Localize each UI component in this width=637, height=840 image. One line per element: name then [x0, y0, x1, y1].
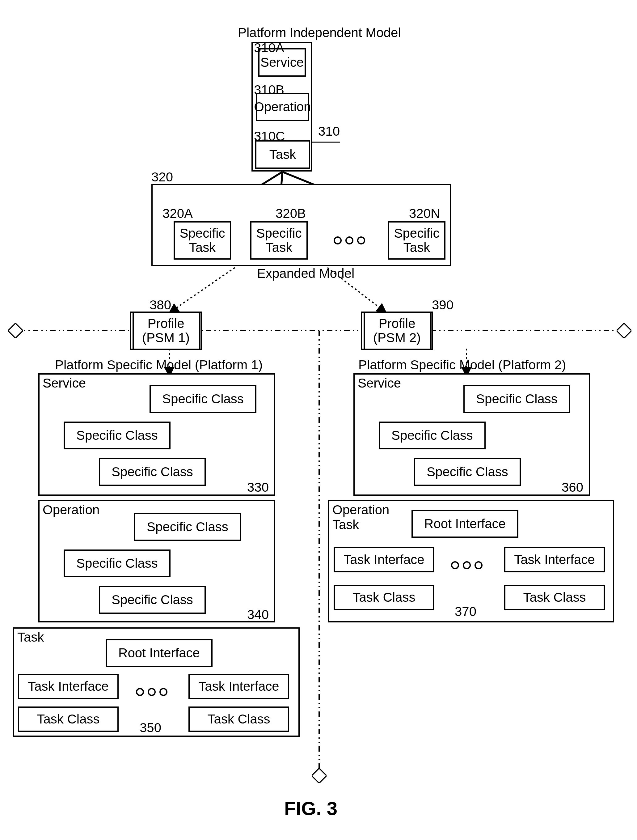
psm1-tc2: Task Class	[188, 706, 289, 732]
psm2-service-sc3: Specific Class	[414, 458, 521, 486]
psm1-service-sc1: Specific Class	[150, 385, 256, 413]
profile-psm2: Profile(PSM 2)	[364, 311, 429, 350]
pim-operation-label: Operation	[254, 99, 311, 114]
profile-psm1: Profile(PSM 1)	[134, 311, 198, 350]
psm1-ti1: Task Interface	[18, 674, 118, 699]
ref-330: 330	[247, 481, 269, 494]
psm1-service-sc2: Specific Class	[64, 422, 170, 449]
ref-310c: 310C	[254, 130, 285, 143]
ellipsis-icon	[136, 688, 167, 696]
ref-390: 390	[432, 298, 454, 311]
ellipsis-icon	[451, 561, 482, 569]
psm2-title: Platform Specific Model (Platform 2)	[358, 358, 566, 371]
psm1-title: Platform Specific Model (Platform 1)	[55, 358, 263, 371]
psm1-ti2: Task Interface	[188, 674, 289, 699]
profile-psm2-inner-right	[430, 311, 432, 350]
psm2-ti2: Task Interface	[504, 547, 605, 572]
ref-320n: 320N	[409, 207, 440, 220]
psm1-service-sc3: Specific Class	[99, 458, 206, 486]
svg-line-7	[169, 268, 235, 313]
psm2-tc2: Task Class	[504, 585, 605, 610]
specific-task-a: Specific Task	[173, 221, 231, 260]
ref-310a: 310A	[254, 41, 284, 54]
psm2-service-sc1: Specific Class	[464, 385, 570, 413]
ref-320: 320	[151, 171, 173, 183]
specific-task-n-label: Specific Task	[392, 226, 441, 255]
psm1-root-interface: Root Interface	[106, 639, 213, 667]
profile-psm1-inner-right	[199, 311, 200, 350]
pim-task-box: Task	[255, 140, 310, 169]
profile-psm2-inner-left	[364, 311, 365, 350]
profile-psm2-label: Profile(PSM 2)	[373, 316, 421, 345]
ref-310b: 310B	[254, 84, 284, 96]
ref-340: 340	[247, 608, 269, 621]
ref-370: 370	[455, 605, 476, 618]
psm2-root-interface: Root Interface	[412, 510, 519, 538]
profile-psm1-inner-left	[132, 311, 134, 350]
pim-title: Platform Independent Model	[238, 26, 401, 39]
specific-task-b-label: Specific Task	[254, 226, 304, 255]
diagram-stage: Platform Independent Model Service Opera…	[0, 0, 637, 840]
specific-task-b: Specific Task	[250, 221, 308, 260]
specific-task-a-label: Specific Task	[178, 226, 227, 255]
ref-310: 310	[318, 125, 340, 138]
psm1-op-sc1: Specific Class	[134, 513, 241, 541]
profile-psm1-label: Profile(PSM 1)	[142, 316, 190, 345]
ellipsis-icon	[334, 237, 365, 245]
ref-320a: 320A	[162, 207, 193, 220]
psm2-ti1: Task Interface	[334, 547, 434, 572]
psm1-op-sc3: Specific Class	[99, 586, 206, 614]
specific-task-n: Specific Task	[388, 221, 445, 260]
expanded-title: Expanded Model	[257, 267, 354, 280]
pim-task-label: Task	[270, 147, 296, 162]
figure-caption: FIG. 3	[284, 797, 337, 819]
pim-service-label: Service	[260, 55, 304, 70]
psm1-tc1: Task Class	[18, 706, 118, 732]
psm2-tc1: Task Class	[334, 585, 434, 610]
psm1-op-sc2: Specific Class	[64, 549, 170, 577]
ref-380: 380	[150, 298, 171, 311]
psm2-service-sc2: Specific Class	[379, 422, 486, 449]
ref-320b: 320B	[276, 207, 306, 220]
ref-360: 360	[561, 481, 583, 494]
ref-350: 350	[140, 721, 161, 734]
